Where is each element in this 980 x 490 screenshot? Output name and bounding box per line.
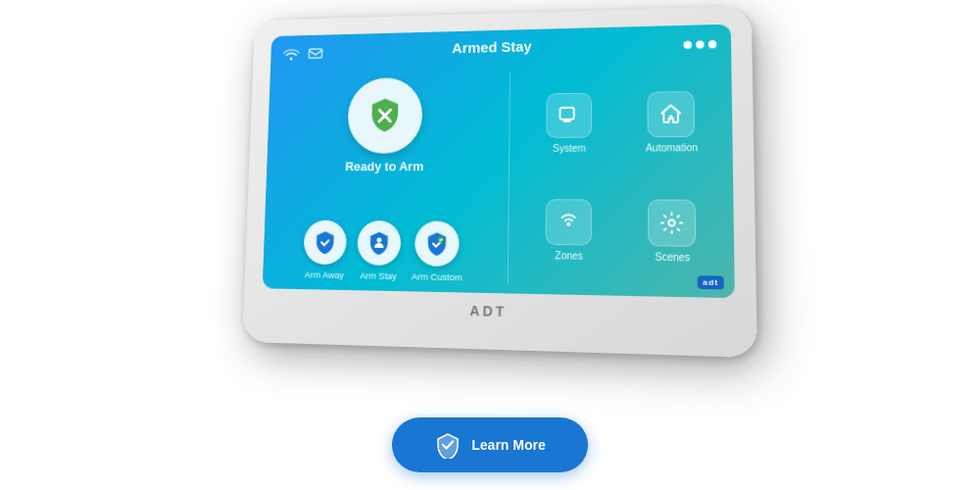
arm-buttons-row: Arm Away xyxy=(303,220,464,283)
device-frame: Armed Stay xyxy=(242,6,758,358)
system-icon-circle xyxy=(547,93,593,138)
zones-menu-item[interactable]: Zones xyxy=(522,180,616,281)
ready-circle[interactable] xyxy=(347,77,423,154)
device-wrapper: Armed Stay xyxy=(242,6,758,358)
screen-adt-badge: adt xyxy=(698,275,724,289)
zones-label: Zones xyxy=(555,250,583,262)
learn-more-button[interactable]: Learn More xyxy=(392,417,588,472)
svg-point-6 xyxy=(669,115,672,118)
top-bar-left xyxy=(283,47,323,61)
automation-icon-circle xyxy=(648,91,696,137)
arm-stay-button[interactable]: Arm Stay xyxy=(357,220,402,281)
arm-away-button[interactable]: Arm Away xyxy=(303,220,347,280)
device-logo: ADT xyxy=(262,298,735,325)
arm-custom-label: Arm Custom xyxy=(412,270,463,282)
wifi-icon xyxy=(283,47,300,60)
arm-custom-button[interactable]: Arm Custom xyxy=(412,220,464,282)
zones-icon-circle xyxy=(546,199,592,245)
page-container: Armed Stay xyxy=(0,0,980,490)
automation-label: Automation xyxy=(646,142,698,154)
learn-more-label: Learn More xyxy=(471,437,545,453)
learn-more-icon xyxy=(434,431,462,459)
ready-label: Ready to Arm xyxy=(345,159,423,173)
divider xyxy=(508,72,511,283)
dot-1 xyxy=(684,41,692,49)
dot-2 xyxy=(696,40,704,48)
mail-icon xyxy=(308,48,322,60)
status-title: Armed Stay xyxy=(452,38,532,56)
scenes-label: Scenes xyxy=(655,251,690,263)
system-label: System xyxy=(553,143,586,154)
svg-point-8 xyxy=(669,220,675,225)
svg-rect-0 xyxy=(309,49,321,58)
arm-away-label: Arm Away xyxy=(305,269,344,280)
svg-rect-5 xyxy=(561,108,574,120)
signal-dots xyxy=(684,40,717,49)
screen-content: Ready to Arm xyxy=(263,60,735,298)
automation-menu-item[interactable]: Automation xyxy=(624,72,720,172)
dot-3 xyxy=(709,40,717,48)
right-panel: System xyxy=(522,68,722,287)
scenes-icon-circle xyxy=(648,200,696,247)
screen: Armed Stay xyxy=(263,24,735,299)
left-panel: Ready to Arm xyxy=(273,73,496,283)
svg-point-7 xyxy=(567,222,571,226)
arm-stay-label: Arm Stay xyxy=(360,270,397,281)
system-menu-item[interactable]: System xyxy=(523,74,616,172)
scenes-menu-item[interactable]: Scenes xyxy=(624,180,722,283)
